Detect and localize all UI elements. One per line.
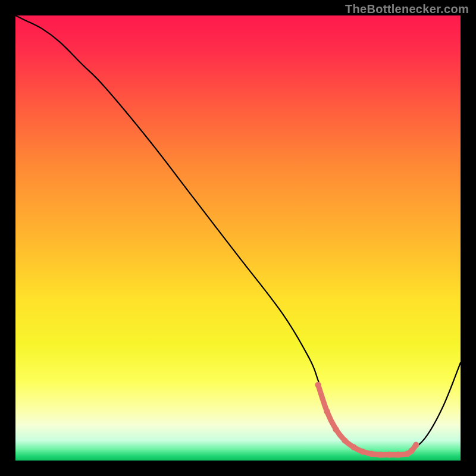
svg-point-9 (395, 452, 401, 458)
plot-area (15, 15, 461, 461)
svg-point-12 (413, 442, 419, 448)
svg-point-5 (359, 449, 365, 455)
svg-point-8 (386, 452, 392, 458)
svg-point-3 (342, 437, 347, 443)
svg-point-1 (324, 409, 330, 415)
svg-point-0 (315, 382, 321, 388)
svg-point-4 (350, 444, 356, 450)
svg-point-7 (377, 452, 383, 458)
svg-point-11 (409, 447, 415, 453)
gradient-background (15, 15, 461, 461)
chart-svg (15, 15, 461, 461)
svg-point-6 (368, 451, 374, 457)
chart-container: TheBottlenecker.com (0, 0, 476, 476)
attribution-label: TheBottlenecker.com (345, 2, 469, 16)
svg-point-2 (333, 426, 339, 432)
